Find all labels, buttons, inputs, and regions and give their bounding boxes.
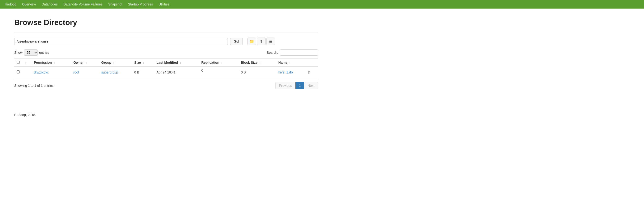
row-replication: 0 --	[199, 67, 238, 78]
delete-icon[interactable]: 🗑	[308, 70, 311, 74]
table-header-row: ↕ Permission ↕ Owner ↕ Group ↕ Size ↕	[14, 59, 318, 67]
upload-icon-button[interactable]: ⬆	[257, 38, 266, 45]
nav-item-startup[interactable]: Startup Progress	[128, 2, 153, 6]
sort-group-icon: ↕	[113, 61, 114, 64]
header-replication[interactable]: Replication ↕	[199, 59, 238, 67]
folder-icon-button[interactable]: 📁	[248, 38, 256, 45]
entries-label: entries	[39, 51, 49, 54]
search-label: Search:	[267, 51, 278, 54]
list-icon: ☰	[269, 39, 272, 44]
header-owner[interactable]: Owner ↕	[71, 59, 99, 67]
row-name: hive_1.db	[276, 67, 305, 78]
nav-item-snapshot[interactable]: Snapshot	[108, 2, 122, 6]
path-input[interactable]	[14, 38, 228, 45]
header-permission[interactable]: Permission ↕	[32, 59, 71, 67]
permission-link[interactable]: drwxr-xr-x	[34, 70, 49, 74]
header-sort-icon[interactable]: ↕	[22, 59, 32, 67]
nav-item-utilities[interactable]: Utilities	[158, 2, 169, 6]
search-row: Search:	[267, 49, 318, 56]
row-last-modified: Apr 24 16:41	[154, 67, 199, 78]
show-label: Show	[14, 51, 22, 54]
sort-size-icon: ↕	[143, 61, 144, 64]
row-owner: root	[71, 67, 99, 78]
group-link[interactable]: supergroup	[101, 70, 118, 74]
top-navigation: Hadoop Overview Datanodes Datanode Volum…	[0, 0, 644, 9]
header-actions	[305, 59, 318, 67]
search-input[interactable]	[280, 49, 318, 56]
go-button[interactable]: Go!	[230, 38, 243, 45]
row-permission: drwxr-xr-x	[32, 67, 71, 78]
select-all-checkbox[interactable]	[16, 61, 20, 64]
pagination-row: Showing 1 to 1 of 1 entries Previous 1 N…	[14, 82, 318, 89]
header-size[interactable]: Size ↕	[132, 59, 154, 67]
nav-item-datanodes[interactable]: Datanodes	[42, 2, 58, 6]
header-name[interactable]: Name ↕	[276, 59, 305, 67]
next-button[interactable]: Next	[304, 82, 318, 89]
showing-text: Showing 1 to 1 of 1 entries	[14, 84, 54, 87]
header-block-size[interactable]: Block Size ↕	[238, 59, 276, 67]
nav-item-failures[interactable]: Datanode Volume Failures	[63, 2, 102, 6]
row-block-size: 0 B	[238, 67, 276, 78]
header-group[interactable]: Group ↕	[99, 59, 132, 67]
nav-item-overview[interactable]: Overview	[22, 2, 36, 6]
page-1-button[interactable]: 1	[296, 82, 304, 89]
list-icon-button[interactable]: ☰	[266, 38, 275, 45]
folder-icon: 📁	[250, 39, 254, 44]
page-title: Browse Directory	[14, 18, 318, 27]
row-group: supergroup	[99, 67, 132, 78]
divider	[14, 33, 318, 33]
sort-default-icon: ↕	[24, 61, 26, 64]
controls-row: Show 25 10 50 100 entries Search:	[14, 49, 318, 56]
icon-buttons: 📁 ⬆ ☰	[248, 38, 275, 45]
sort-replication-icon: ↕	[221, 61, 222, 64]
show-entries: Show 25 10 50 100 entries	[14, 49, 49, 56]
upload-icon: ⬆	[260, 39, 263, 44]
row-checkbox-cell	[14, 67, 22, 78]
header-last-modified[interactable]: Last Modified ↕	[154, 59, 199, 67]
name-link[interactable]: hive_1.db	[278, 70, 293, 74]
row-delete-cell: 🗑	[305, 67, 318, 78]
show-entries-select[interactable]: 25 10 50 100	[24, 49, 38, 56]
sort-blocksize-icon: ↕	[259, 61, 261, 64]
header-checkbox-col	[14, 59, 22, 67]
pagination-buttons: Previous 1 Next	[276, 82, 318, 89]
nav-item-hadoop[interactable]: Hadoop	[5, 2, 16, 6]
sort-lastmod-icon: ↕	[180, 61, 181, 64]
footer: Hadoop, 2018.	[0, 113, 644, 117]
table-row: drwxr-xr-x root supergroup 0 B Apr 24 16…	[14, 67, 318, 78]
directory-table: ↕ Permission ↕ Owner ↕ Group ↕ Size ↕	[14, 58, 318, 78]
row-checkbox[interactable]	[16, 70, 20, 73]
footer-text: Hadoop, 2018.	[14, 113, 36, 117]
path-bar: Go! 📁 ⬆ ☰	[14, 38, 318, 45]
previous-button[interactable]: Previous	[276, 82, 296, 89]
replication-dash: --	[202, 73, 203, 76]
sort-name-icon: ↕	[289, 61, 291, 64]
sort-owner-icon: ↕	[86, 61, 87, 64]
sort-permission-icon: ↕	[54, 61, 55, 64]
owner-link[interactable]: root	[73, 70, 79, 74]
row-icon-cell	[22, 67, 32, 78]
row-size: 0 B	[132, 67, 154, 78]
